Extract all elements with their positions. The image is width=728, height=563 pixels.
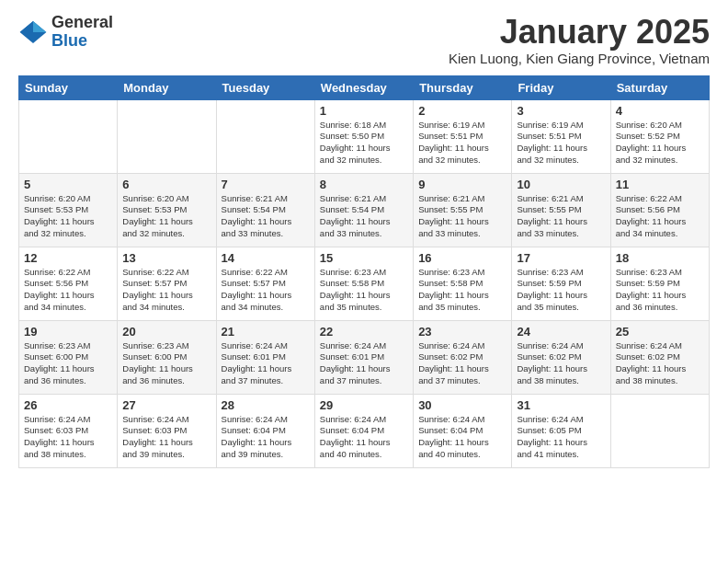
- calendar-cell: 23Sunrise: 6:24 AM Sunset: 6:02 PM Dayli…: [414, 320, 512, 394]
- day-number: 31: [517, 398, 605, 412]
- day-number: 28: [222, 398, 310, 412]
- week-row-5: 26Sunrise: 6:24 AM Sunset: 6:03 PM Dayli…: [19, 394, 710, 467]
- day-number: 24: [517, 325, 605, 339]
- day-info: Sunrise: 6:24 AM Sunset: 6:02 PM Dayligh…: [418, 340, 506, 387]
- day-info: Sunrise: 6:21 AM Sunset: 5:54 PM Dayligh…: [222, 193, 310, 240]
- day-number: 30: [418, 398, 506, 412]
- header: General Blue January 2025 Kien Luong, Ki…: [18, 14, 710, 66]
- calendar-cell: [216, 99, 314, 173]
- day-info: Sunrise: 6:24 AM Sunset: 6:04 PM Dayligh…: [222, 414, 310, 461]
- header-wednesday: Wednesday: [314, 75, 413, 99]
- calendar-cell: 6Sunrise: 6:20 AM Sunset: 5:53 PM Daylig…: [118, 173, 216, 247]
- calendar-cell: 1Sunrise: 6:18 AM Sunset: 5:50 PM Daylig…: [314, 99, 413, 173]
- day-info: Sunrise: 6:24 AM Sunset: 6:04 PM Dayligh…: [320, 414, 408, 461]
- logo-blue-text: Blue: [51, 32, 113, 51]
- svg-marker-1: [33, 21, 46, 32]
- day-info: Sunrise: 6:23 AM Sunset: 5:58 PM Dayligh…: [320, 267, 408, 314]
- day-info: Sunrise: 6:21 AM Sunset: 5:55 PM Dayligh…: [517, 193, 605, 240]
- day-number: 3: [517, 104, 605, 118]
- day-number: 15: [320, 251, 408, 265]
- header-thursday: Thursday: [414, 75, 512, 99]
- day-info: Sunrise: 6:24 AM Sunset: 6:05 PM Dayligh…: [517, 414, 605, 461]
- week-row-1: 1Sunrise: 6:18 AM Sunset: 5:50 PM Daylig…: [19, 99, 710, 173]
- day-info: Sunrise: 6:20 AM Sunset: 5:52 PM Dayligh…: [616, 120, 704, 167]
- week-row-3: 12Sunrise: 6:22 AM Sunset: 5:56 PM Dayli…: [19, 247, 710, 320]
- header-monday: Monday: [118, 75, 216, 99]
- day-number: 6: [122, 178, 210, 191]
- calendar-cell: 27Sunrise: 6:24 AM Sunset: 6:03 PM Dayli…: [118, 394, 216, 467]
- day-info: Sunrise: 6:19 AM Sunset: 5:51 PM Dayligh…: [418, 120, 506, 167]
- day-info: Sunrise: 6:23 AM Sunset: 6:00 PM Dayligh…: [122, 340, 210, 387]
- day-info: Sunrise: 6:23 AM Sunset: 5:58 PM Dayligh…: [418, 267, 506, 314]
- day-number: 8: [320, 178, 408, 191]
- day-number: 18: [616, 251, 704, 265]
- calendar-cell: 3Sunrise: 6:19 AM Sunset: 5:51 PM Daylig…: [512, 99, 610, 173]
- day-info: Sunrise: 6:23 AM Sunset: 5:59 PM Dayligh…: [517, 267, 605, 314]
- location-subtitle: Kien Luong, Kien Giang Province, Vietnam: [449, 51, 710, 66]
- calendar-cell: 8Sunrise: 6:21 AM Sunset: 5:54 PM Daylig…: [314, 173, 413, 247]
- day-number: 26: [24, 398, 112, 412]
- calendar-cell: 25Sunrise: 6:24 AM Sunset: 6:02 PM Dayli…: [610, 320, 709, 394]
- day-info: Sunrise: 6:24 AM Sunset: 6:02 PM Dayligh…: [616, 340, 704, 387]
- day-number: 5: [24, 178, 112, 191]
- logo-general-text: General: [51, 14, 113, 32]
- day-info: Sunrise: 6:22 AM Sunset: 5:56 PM Dayligh…: [24, 267, 112, 314]
- header-sunday: Sunday: [19, 75, 118, 99]
- calendar-cell: 29Sunrise: 6:24 AM Sunset: 6:04 PM Dayli…: [314, 394, 413, 467]
- calendar-cell: [610, 394, 709, 467]
- calendar-cell: [118, 99, 216, 173]
- logo-icon: [18, 17, 48, 47]
- day-info: Sunrise: 6:22 AM Sunset: 5:57 PM Dayligh…: [122, 267, 210, 314]
- day-number: 10: [517, 178, 605, 191]
- day-info: Sunrise: 6:19 AM Sunset: 5:51 PM Dayligh…: [517, 120, 605, 167]
- day-number: 11: [616, 178, 704, 191]
- day-number: 21: [222, 325, 310, 339]
- calendar-cell: 10Sunrise: 6:21 AM Sunset: 5:55 PM Dayli…: [512, 173, 610, 247]
- calendar-cell: 22Sunrise: 6:24 AM Sunset: 6:01 PM Dayli…: [314, 320, 413, 394]
- day-number: 1: [320, 104, 408, 118]
- logo: General Blue: [18, 14, 113, 51]
- svg-marker-2: [20, 21, 33, 32]
- calendar-cell: 4Sunrise: 6:20 AM Sunset: 5:52 PM Daylig…: [610, 99, 709, 173]
- logo-text: General Blue: [51, 14, 113, 51]
- calendar-cell: [19, 99, 118, 173]
- header-tuesday: Tuesday: [216, 75, 314, 99]
- day-number: 4: [616, 104, 704, 118]
- day-info: Sunrise: 6:24 AM Sunset: 6:04 PM Dayligh…: [418, 414, 506, 461]
- calendar-cell: 14Sunrise: 6:22 AM Sunset: 5:57 PM Dayli…: [216, 247, 314, 320]
- day-number: 7: [222, 178, 310, 191]
- calendar-cell: 16Sunrise: 6:23 AM Sunset: 5:58 PM Dayli…: [414, 247, 512, 320]
- header-saturday: Saturday: [610, 75, 709, 99]
- day-number: 20: [122, 325, 210, 339]
- calendar-cell: 21Sunrise: 6:24 AM Sunset: 6:01 PM Dayli…: [216, 320, 314, 394]
- day-info: Sunrise: 6:23 AM Sunset: 6:00 PM Dayligh…: [24, 340, 112, 387]
- calendar-cell: 11Sunrise: 6:22 AM Sunset: 5:56 PM Dayli…: [610, 173, 709, 247]
- calendar-cell: 5Sunrise: 6:20 AM Sunset: 5:53 PM Daylig…: [19, 173, 118, 247]
- day-info: Sunrise: 6:24 AM Sunset: 6:02 PM Dayligh…: [517, 340, 605, 387]
- calendar-cell: 19Sunrise: 6:23 AM Sunset: 6:00 PM Dayli…: [19, 320, 118, 394]
- day-number: 25: [616, 325, 704, 339]
- calendar-cell: 26Sunrise: 6:24 AM Sunset: 6:03 PM Dayli…: [19, 394, 118, 467]
- title-block: January 2025 Kien Luong, Kien Giang Prov…: [449, 14, 710, 66]
- week-row-4: 19Sunrise: 6:23 AM Sunset: 6:00 PM Dayli…: [19, 320, 710, 394]
- day-info: Sunrise: 6:20 AM Sunset: 5:53 PM Dayligh…: [24, 193, 112, 240]
- day-info: Sunrise: 6:21 AM Sunset: 5:54 PM Dayligh…: [320, 193, 408, 240]
- day-info: Sunrise: 6:22 AM Sunset: 5:57 PM Dayligh…: [222, 267, 310, 314]
- calendar-cell: 9Sunrise: 6:21 AM Sunset: 5:55 PM Daylig…: [414, 173, 512, 247]
- calendar-cell: 31Sunrise: 6:24 AM Sunset: 6:05 PM Dayli…: [512, 394, 610, 467]
- day-number: 22: [320, 325, 408, 339]
- calendar-cell: 2Sunrise: 6:19 AM Sunset: 5:51 PM Daylig…: [414, 99, 512, 173]
- page: General Blue January 2025 Kien Luong, Ki…: [0, 0, 728, 563]
- calendar-cell: 24Sunrise: 6:24 AM Sunset: 6:02 PM Dayli…: [512, 320, 610, 394]
- calendar-cell: 30Sunrise: 6:24 AM Sunset: 6:04 PM Dayli…: [414, 394, 512, 467]
- calendar-cell: 7Sunrise: 6:21 AM Sunset: 5:54 PM Daylig…: [216, 173, 314, 247]
- header-friday: Friday: [512, 75, 610, 99]
- day-number: 16: [418, 251, 506, 265]
- calendar-cell: 15Sunrise: 6:23 AM Sunset: 5:58 PM Dayli…: [314, 247, 413, 320]
- day-number: 27: [122, 398, 210, 412]
- day-info: Sunrise: 6:24 AM Sunset: 6:03 PM Dayligh…: [24, 414, 112, 461]
- calendar-cell: 12Sunrise: 6:22 AM Sunset: 5:56 PM Dayli…: [19, 247, 118, 320]
- calendar-cell: 20Sunrise: 6:23 AM Sunset: 6:00 PM Dayli…: [118, 320, 216, 394]
- day-number: 19: [24, 325, 112, 339]
- calendar-cell: 13Sunrise: 6:22 AM Sunset: 5:57 PM Dayli…: [118, 247, 216, 320]
